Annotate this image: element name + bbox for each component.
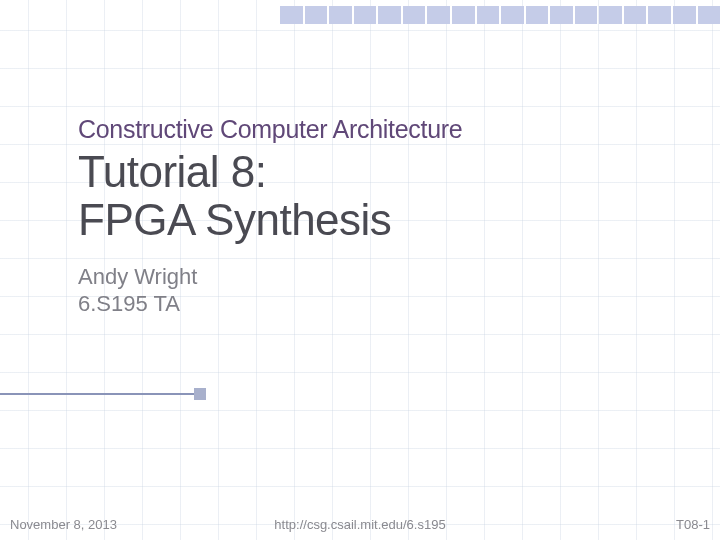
slide-content: Constructive Computer Architecture Tutor… xyxy=(78,115,670,318)
title-line-1: Tutorial 8: xyxy=(78,148,670,196)
accent-line xyxy=(0,393,194,395)
accent-box xyxy=(194,388,206,400)
footer-url: http://csg.csail.mit.edu/6.s195 xyxy=(274,517,445,532)
top-decorative-bar xyxy=(280,6,720,24)
slide-footer: November 8, 2013 http://csg.csail.mit.ed… xyxy=(0,517,720,532)
footer-date: November 8, 2013 xyxy=(10,517,117,532)
author-name: Andy Wright xyxy=(78,263,670,291)
course-code: 6.S195 TA xyxy=(78,290,670,318)
course-name: Constructive Computer Architecture xyxy=(78,115,670,144)
footer-page-number: T08-1 xyxy=(676,517,710,532)
title-line-2: FPGA Synthesis xyxy=(78,196,670,244)
